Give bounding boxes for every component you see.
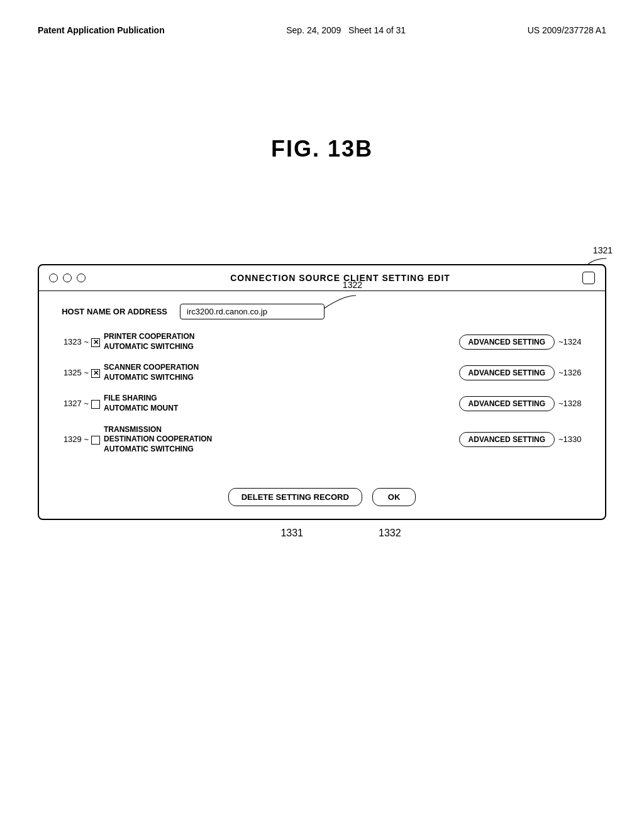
scanner-cooperation-row: 1325 ~ SCANNER COOPERATION AUTOMATIC SWI… (54, 363, 590, 382)
ref-1322-arrow (321, 292, 359, 311)
page-header: Patent Application Publication Sep. 24, … (0, 0, 644, 35)
file-sharing-row: 1327 ~ FILE SHARING AUTOMATIC MOUNT ADVA… (54, 394, 590, 413)
dialog-container: 1321 CONNECTION SOURCE CLIENT SETTING ED… (38, 245, 606, 539)
refs-below-row: 1331 1332 (38, 528, 606, 539)
header-patent: US 2009/237728 A1 (528, 25, 606, 35)
ref-1331-label: 1331 (280, 528, 303, 539)
traffic-light-1[interactable] (49, 274, 58, 282)
header-date: Sep. 24, 2009 (286, 25, 341, 35)
scanner-cooperation-checkbox[interactable] (91, 369, 100, 378)
ref-1328-label: ~1328 (558, 399, 590, 408)
header-publication: Patent Application Publication (38, 25, 165, 35)
ref-1326-label: ~1326 (558, 368, 590, 377)
scanner-cooperation-text: SCANNER COOPERATION AUTOMATIC SWITCHING (104, 363, 199, 382)
dialog-titlebar: CONNECTION SOURCE CLIENT SETTING EDIT (39, 265, 605, 291)
ok-button[interactable]: OK (372, 488, 416, 506)
traffic-light-3[interactable] (77, 274, 86, 282)
ref-1321-label: 1321 (593, 245, 613, 255)
host-name-label: HOST NAME OR ADDRESS (54, 307, 167, 316)
file-sharing-text: FILE SHARING AUTOMATIC MOUNT (104, 394, 178, 413)
ref-1322-label: 1322 (343, 280, 362, 290)
host-input-field[interactable]: irc3200.rd.canon.co.jp (180, 304, 325, 319)
ref-1325-label: 1325 ~ (54, 368, 89, 377)
header-date-sheet: Sep. 24, 2009 Sheet 14 of 31 (286, 25, 406, 35)
advanced-setting-button-1323[interactable]: ADVANCED SETTING (459, 335, 555, 350)
ref-1330-label: ~1330 (558, 434, 590, 444)
ref-1332-label: 1332 (379, 528, 401, 539)
figure-title: FIG. 13B (0, 136, 644, 162)
ref-1323-label: 1323 ~ (54, 337, 89, 346)
printer-cooperation-row: 1323 ~ PRINTER COOPERATION AUTOMATIC SWI… (54, 332, 590, 351)
dialog-content: HOST NAME OR ADDRESS 1322 irc3200.rd.can… (39, 291, 605, 478)
advanced-setting-button-1325[interactable]: ADVANCED SETTING (459, 365, 555, 380)
ref-1327-label: 1327 ~ (54, 399, 89, 408)
host-row: HOST NAME OR ADDRESS 1322 irc3200.rd.can… (54, 304, 590, 319)
traffic-light-2[interactable] (63, 274, 72, 282)
header-sheet: Sheet 14 of 31 (348, 25, 406, 35)
dialog-title: CONNECTION SOURCE CLIENT SETTING EDIT (98, 273, 582, 283)
printer-cooperation-checkbox[interactable] (91, 338, 100, 347)
transmission-checkbox[interactable] (91, 436, 100, 445)
dialog-close-button[interactable] (582, 272, 595, 284)
transmission-row: 1329 ~ TRANSMISSION DESTINATION COOPERAT… (54, 425, 590, 455)
traffic-lights (49, 274, 86, 282)
ref-1324-label: ~1324 (558, 337, 590, 346)
delete-setting-record-button[interactable]: DELETE SETTING RECORD (228, 488, 362, 506)
ref-1329-label: 1329 ~ (54, 434, 89, 444)
printer-cooperation-text: PRINTER COOPERATION AUTOMATIC SWITCHING (104, 332, 194, 351)
transmission-text: TRANSMISSION DESTINATION COOPERATION AUT… (104, 425, 212, 455)
advanced-setting-button-1329[interactable]: ADVANCED SETTING (459, 432, 555, 447)
dialog-window: CONNECTION SOURCE CLIENT SETTING EDIT HO… (38, 264, 606, 520)
dialog-buttons: DELETE SETTING RECORD OK (39, 478, 605, 519)
file-sharing-checkbox[interactable] (91, 400, 100, 409)
advanced-setting-button-1327[interactable]: ADVANCED SETTING (459, 396, 555, 411)
